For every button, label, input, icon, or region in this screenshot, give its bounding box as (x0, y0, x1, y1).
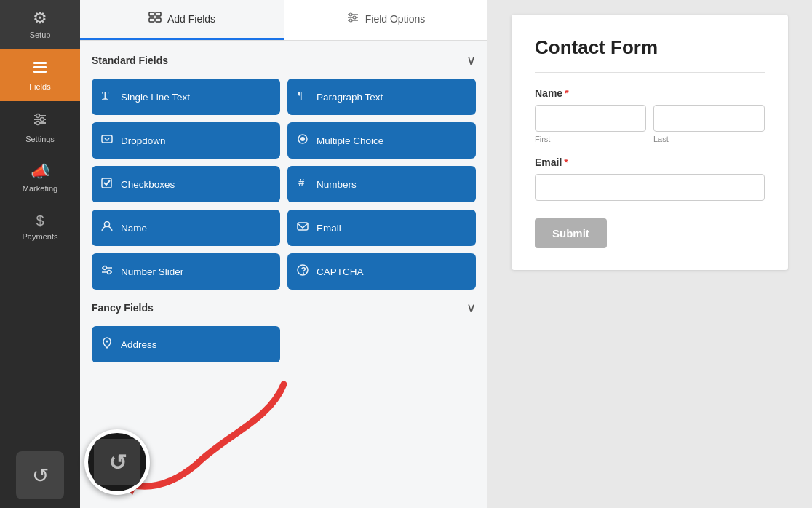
svg-point-7 (41, 118, 44, 122)
tab-field-options[interactable]: Field Options (284, 0, 487, 40)
circle-button[interactable]: ↺ (84, 429, 150, 495)
field-btn-numbers[interactable]: # Numbers (287, 166, 476, 202)
sidebar-label-marketing: Marketing (23, 184, 57, 193)
field-btn-checkboxes[interactable]: Checkboxes (92, 166, 280, 202)
svg-rect-25 (102, 178, 111, 188)
field-btn-paragraph-text[interactable]: ¶ Paragraph Text (287, 79, 476, 115)
sidebar-label-settings: Settings (25, 135, 55, 143)
sidebar: ⚙ Setup Fields Settings 📣 Market (0, 0, 80, 508)
first-label: First (535, 135, 646, 143)
field-btn-email[interactable]: Email (287, 210, 476, 246)
field-options-tab-icon (346, 12, 359, 26)
tabs-bar: Add Fields Field Options (80, 0, 487, 41)
captcha-icon: ? (296, 263, 309, 279)
name-label-text: Name (535, 87, 562, 99)
svg-point-8 (36, 122, 40, 125)
last-name-input[interactable] (653, 105, 765, 132)
email-input[interactable] (535, 174, 765, 201)
field-btn-name[interactable]: Name (92, 210, 280, 246)
field-btn-email-label: Email (317, 223, 341, 234)
field-btn-multiple-choice[interactable]: Multiple Choice (287, 122, 476, 159)
checkboxes-icon (100, 176, 114, 192)
submit-button[interactable]: Submit (535, 218, 607, 248)
sidebar-item-setup[interactable]: ⚙ Setup (0, 0, 80, 49)
field-btn-address[interactable]: Address (92, 326, 280, 362)
standard-fields-toggle[interactable]: ∨ (466, 52, 476, 68)
field-btn-captcha[interactable]: ? CAPTCHA (287, 253, 476, 290)
sidebar-item-payments[interactable]: $ Payments (0, 203, 80, 251)
svg-rect-12 (156, 18, 161, 22)
dropdown-icon (100, 132, 114, 148)
field-btn-paragraph-text-label: Paragraph Text (317, 92, 383, 103)
marketing-icon: 📣 (31, 164, 50, 180)
fancy-fields-toggle[interactable]: ∨ (466, 300, 476, 316)
name-icon (100, 220, 114, 236)
svg-point-35 (106, 341, 108, 343)
email-input-wrap (535, 174, 765, 201)
sidebar-item-settings[interactable]: Settings (0, 101, 80, 154)
form-label-email: Email * (535, 156, 765, 168)
sidebar-label-payments: Payments (23, 232, 58, 241)
email-required-star: * (564, 156, 568, 168)
tab-field-options-label: Field Options (365, 13, 425, 25)
form-title: Contact Form (535, 36, 765, 59)
sidebar-item-fields[interactable]: Fields (0, 49, 80, 101)
standard-fields-title: Standard Fields (92, 55, 168, 66)
email-icon (296, 220, 309, 236)
number-slider-icon (100, 263, 114, 279)
undo-inner-btn: ↺ (94, 439, 140, 485)
name-required-star: * (565, 87, 568, 99)
form-field-email: Email * (535, 156, 765, 201)
payments-icon: $ (36, 213, 44, 228)
standard-fields-grid: T Single Line Text ¶ Paragraph Text (92, 79, 476, 290)
add-fields-tab-icon (148, 12, 162, 26)
last-name-wrap: Last (653, 105, 765, 143)
circle-button-container: ↺ (84, 429, 150, 495)
gear-icon: ⚙ (33, 10, 47, 26)
sidebar-item-marketing[interactable]: 📣 Marketing (0, 154, 80, 203)
svg-rect-22 (102, 135, 112, 143)
svg-point-6 (36, 114, 40, 118)
svg-rect-9 (149, 12, 154, 16)
tab-add-fields-label: Add Fields (167, 13, 215, 25)
first-name-wrap: First (535, 105, 646, 143)
field-btn-address-label: Address (121, 339, 157, 350)
single-line-text-icon: T (100, 89, 114, 105)
numbers-icon: # (296, 176, 309, 192)
sidebar-label-setup: Setup (30, 31, 51, 39)
field-btn-captcha-label: CAPTCHA (317, 266, 364, 277)
undo-inner-icon: ↺ (108, 450, 127, 475)
form-preview-area: Contact Form Name * First Last (487, 0, 812, 508)
undo-icon: ↺ (32, 464, 49, 488)
form-field-name: Name * First Last (535, 87, 765, 143)
svg-text:#: # (298, 176, 305, 188)
svg-rect-28 (298, 223, 308, 230)
multiple-choice-icon (296, 132, 309, 148)
email-label-text: Email (535, 156, 562, 168)
address-icon (100, 336, 114, 352)
first-name-input[interactable] (535, 105, 646, 132)
field-btn-single-line-text-label: Single Line Text (121, 92, 190, 103)
standard-fields-header: Standard Fields ∨ (92, 52, 476, 68)
field-btn-multiple-choice-label: Multiple Choice (317, 135, 383, 146)
field-btn-numbers-label: Numbers (317, 179, 357, 190)
svg-rect-0 (33, 62, 47, 64)
field-btn-dropdown[interactable]: Dropdown (92, 122, 280, 159)
fields-icon (32, 60, 48, 78)
field-btn-number-slider[interactable]: Number Slider (92, 253, 280, 290)
svg-point-32 (108, 271, 111, 274)
fancy-fields-header: Fancy Fields ∨ (92, 300, 476, 316)
undo-button[interactable]: ↺ (16, 451, 64, 499)
svg-rect-2 (33, 71, 47, 73)
tab-add-fields[interactable]: Add Fields (80, 0, 284, 40)
fancy-fields-grid: Address (92, 326, 476, 362)
form-divider (535, 72, 765, 73)
svg-text:?: ? (301, 266, 306, 276)
field-btn-single-line-text[interactable]: T Single Line Text (92, 79, 280, 115)
sidebar-bottom: ↺ (0, 442, 80, 508)
svg-point-17 (353, 16, 356, 19)
form-card: Contact Form Name * First Last (512, 15, 788, 270)
svg-point-24 (300, 137, 305, 141)
fancy-fields-title: Fancy Fields (92, 302, 154, 314)
svg-point-31 (103, 266, 107, 270)
